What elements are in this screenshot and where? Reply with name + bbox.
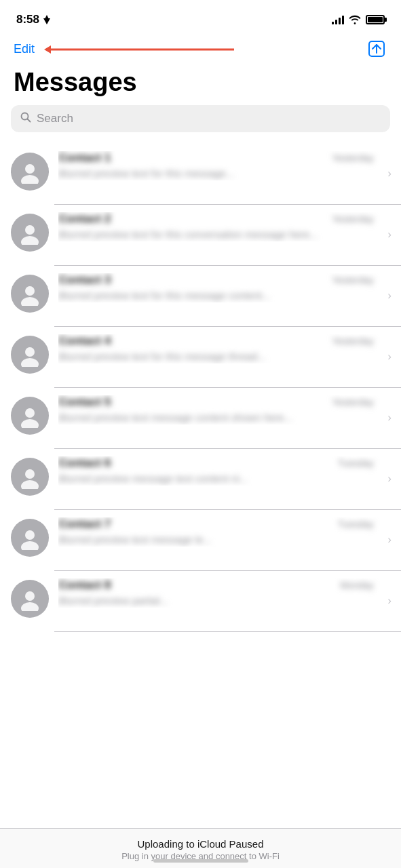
messages-list: Contact 1 Yesterday Blurred preview text… [0, 143, 401, 631]
svg-point-9 [21, 236, 39, 245]
svg-point-20 [25, 591, 35, 601]
message-item[interactable]: Contact 7 Tuesday Blurred preview text m… [0, 509, 401, 570]
svg-point-15 [21, 419, 39, 428]
avatar-icon [18, 465, 42, 489]
wifi-icon [349, 15, 361, 24]
message-header: Contact 5 Yesterday [58, 395, 374, 409]
search-bar[interactable]: Search [11, 105, 390, 132]
location-icon [43, 15, 51, 24]
message-item[interactable]: Contact 2 Yesterday Blurred preview text… [0, 204, 401, 265]
message-time: Yesterday [332, 336, 374, 347]
message-header: Contact 1 Yesterday [58, 151, 374, 165]
contact-name: Contact 2 [58, 212, 111, 226]
svg-point-16 [25, 469, 35, 479]
avatar [11, 519, 49, 557]
message-header: Contact 6 Tuesday [58, 456, 374, 470]
battery-icon [366, 15, 385, 24]
message-preview: Blurred preview text for this conversati… [58, 228, 374, 241]
message-content: Contact 5 Yesterday Blurred preview text… [58, 395, 390, 425]
message-time: Tuesday [338, 458, 374, 469]
chevron-icon: › [387, 350, 392, 363]
status-bar: 8:58 [0, 0, 401, 35]
home-indicator [153, 859, 248, 863]
message-preview: Blurred preview text for this message... [58, 167, 374, 180]
message-header: Contact 7 Tuesday [58, 517, 374, 531]
message-item[interactable]: Contact 4 Yesterday Blurred preview text… [0, 326, 401, 387]
contact-name: Contact 5 [58, 395, 111, 409]
avatar [11, 397, 49, 435]
nav-bar: Edit [0, 35, 401, 65]
page-title: Messages [0, 65, 401, 105]
svg-point-11 [21, 297, 39, 306]
contact-name: Contact 7 [58, 517, 111, 531]
signal-bars [332, 15, 344, 24]
avatar [11, 153, 49, 191]
avatar-icon [18, 587, 42, 611]
edit-button[interactable]: Edit [14, 42, 35, 56]
chevron-icon: › [387, 289, 392, 302]
message-item[interactable]: Contact 3 Yesterday Blurred preview text… [0, 265, 401, 326]
svg-point-18 [25, 530, 35, 540]
avatar-icon [18, 220, 42, 245]
message-time: Yesterday [332, 153, 374, 163]
status-time: 8:58 [16, 13, 51, 26]
contact-name: Contact 4 [58, 334, 111, 348]
message-header: Contact 4 Yesterday [58, 334, 374, 348]
avatar-icon [18, 526, 42, 550]
svg-point-17 [21, 480, 39, 489]
message-content: Contact 3 Yesterday Blurred preview text… [58, 273, 390, 302]
search-icon [20, 112, 31, 125]
status-icons [332, 15, 385, 24]
svg-point-10 [25, 286, 35, 296]
message-item[interactable]: Contact 5 Yesterday Blurred preview text… [0, 387, 401, 448]
avatar [11, 580, 49, 618]
message-item[interactable]: Contact 1 Yesterday Blurred preview text… [0, 143, 401, 204]
message-header: Contact 3 Yesterday [58, 273, 374, 287]
chevron-icon: › [387, 167, 392, 180]
message-preview: Blurred preview message text content ni.… [58, 472, 374, 486]
avatar [11, 275, 49, 313]
chevron-icon: › [387, 228, 392, 241]
svg-line-5 [28, 119, 31, 122]
chevron-icon: › [387, 411, 392, 425]
avatar [11, 214, 49, 252]
contact-name: Contact 8 [58, 578, 111, 592]
chevron-icon: › [387, 594, 392, 608]
search-placeholder: Search [37, 112, 73, 125]
avatar [11, 336, 49, 374]
message-preview: Blurred preview text for this message th… [58, 350, 374, 363]
message-preview: Blurred preview text for this message co… [58, 289, 374, 302]
avatar-icon [18, 159, 42, 184]
svg-point-7 [21, 175, 39, 184]
message-header: Contact 8 Monday [58, 578, 374, 592]
svg-point-19 [21, 541, 39, 550]
search-container: Search [0, 105, 401, 143]
svg-marker-1 [44, 45, 51, 54]
message-header: Contact 2 Yesterday [58, 212, 374, 226]
message-time: Tuesday [338, 519, 374, 530]
message-time: Yesterday [332, 397, 374, 408]
time-display: 8:58 [16, 13, 39, 26]
chevron-icon: › [387, 533, 392, 547]
message-content: Contact 6 Tuesday Blurred preview messag… [58, 456, 390, 486]
message-content: Contact 7 Tuesday Blurred preview text m… [58, 517, 390, 547]
avatar-icon [18, 281, 42, 306]
contact-name: Contact 3 [58, 273, 111, 287]
svg-point-14 [25, 408, 35, 418]
message-item[interactable]: Contact 8 Monday Blurred preview partial… [0, 570, 401, 631]
compose-button[interactable] [366, 38, 387, 60]
svg-point-12 [25, 347, 35, 357]
avatar [11, 458, 49, 496]
message-content: Contact 8 Monday Blurred preview partial… [58, 578, 390, 608]
contact-name: Contact 6 [58, 456, 111, 470]
compose-icon [368, 40, 385, 58]
avatar-icon [18, 403, 42, 428]
svg-point-21 [21, 602, 39, 611]
svg-point-8 [25, 225, 35, 235]
message-item[interactable]: Contact 6 Tuesday Blurred preview messag… [0, 448, 401, 509]
svg-point-13 [21, 358, 39, 367]
message-preview: Blurred preview partial... [58, 594, 374, 608]
red-arrow-annotation [44, 45, 241, 54]
avatar-icon [18, 342, 42, 367]
message-content: Contact 4 Yesterday Blurred preview text… [58, 334, 390, 363]
